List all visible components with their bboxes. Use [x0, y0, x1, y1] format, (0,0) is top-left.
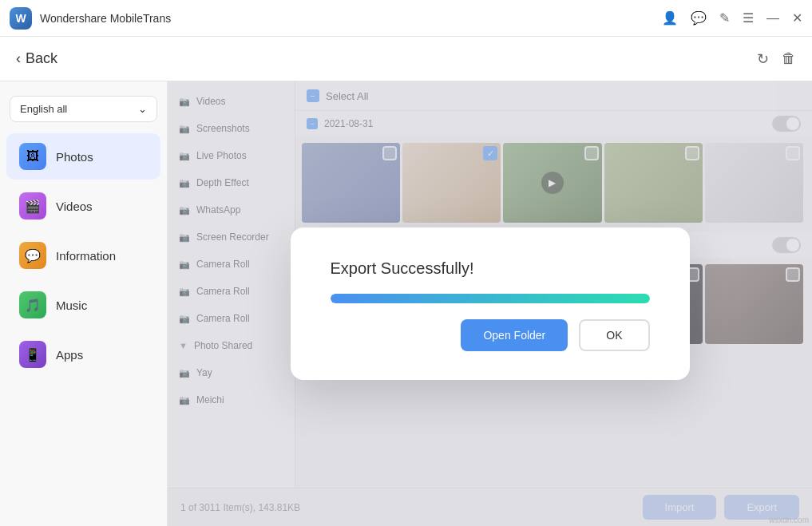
photos-icon: 🖼 [19, 143, 46, 170]
back-button[interactable]: ‹ Back [16, 50, 57, 67]
app-title: Wondershare MobileTrans [40, 12, 171, 25]
modal-overlay: Export Successfully! Open Folder OK [168, 81, 812, 526]
content-area: 📷 Videos 📷 Screenshots 📷 Live Photos 📷 D… [168, 81, 812, 526]
music-icon: 🎵 [19, 291, 46, 318]
delete-icon[interactable]: 🗑 [782, 50, 796, 67]
sidebar-item-photos[interactable]: 🖼 Photos [6, 133, 160, 180]
header: ‹ Back ↻ 🗑 [0, 37, 812, 81]
export-success-modal: Export Successfully! Open Folder OK [291, 227, 690, 380]
titlebar-controls: 👤 💬 ✎ ☰ — ✕ [662, 10, 802, 26]
titlebar: W Wondershare MobileTrans 👤 💬 ✎ ☰ — ✕ [0, 0, 812, 37]
app-icon-letter: W [15, 12, 26, 25]
back-label: Back [26, 50, 57, 67]
sidebar-item-label: Photos [56, 150, 93, 164]
back-arrow-icon: ‹ [16, 50, 21, 67]
titlebar-left: W Wondershare MobileTrans [10, 7, 171, 30]
sidebar-item-label: Videos [56, 200, 93, 213]
menu-icon[interactable]: ☰ [743, 10, 754, 26]
progress-bar-fill [331, 294, 650, 303]
sidebar-item-videos[interactable]: 🎬 Videos [6, 183, 160, 229]
edit-icon[interactable]: ✎ [719, 10, 730, 26]
minimize-icon[interactable]: — [766, 11, 779, 26]
apps-icon: 📱 [19, 341, 46, 368]
modal-title: Export Successfully! [331, 259, 474, 278]
header-actions: ↻ 🗑 [757, 50, 796, 68]
chat-icon[interactable]: 💬 [691, 10, 707, 26]
ok-button[interactable]: OK [579, 319, 649, 351]
main-layout: English all ⌄ 🖼 Photos 🎬 Videos 💬 Inform… [0, 81, 812, 526]
sidebar-item-music[interactable]: 🎵 Music [6, 282, 160, 328]
sidebar-item-label: Information [56, 249, 116, 263]
sidebar-item-information[interactable]: 💬 Information [6, 232, 160, 279]
app-icon: W [10, 7, 32, 30]
account-icon[interactable]: 👤 [662, 10, 678, 26]
language-dropdown[interactable]: English all ⌄ [10, 96, 157, 122]
open-folder-button[interactable]: Open Folder [461, 319, 568, 351]
progress-bar-container [331, 294, 650, 303]
videos-icon: 🎬 [19, 192, 46, 219]
sidebar: English all ⌄ 🖼 Photos 🎬 Videos 💬 Inform… [0, 81, 168, 526]
sidebar-item-label: Music [56, 299, 87, 312]
close-icon[interactable]: ✕ [792, 10, 802, 26]
sidebar-item-apps[interactable]: 📱 Apps [6, 331, 160, 378]
chevron-down-icon: ⌄ [138, 103, 147, 115]
sidebar-item-label: Apps [56, 348, 83, 362]
dropdown-label: English all [20, 103, 67, 115]
refresh-icon[interactable]: ↻ [757, 50, 769, 68]
modal-buttons: Open Folder OK [461, 319, 649, 351]
information-icon: 💬 [19, 242, 46, 269]
